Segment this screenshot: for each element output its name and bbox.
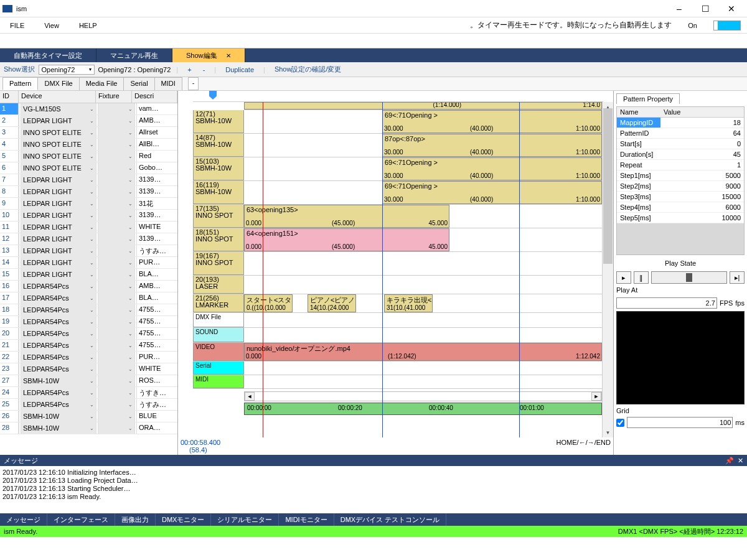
vscroll-thumb[interactable] — [603, 108, 613, 264]
device-row[interactable]: 14LEDPAR LIGHT⌄⌄PUR… — [0, 257, 177, 269]
device-row[interactable]: 27SBMH-10W⌄⌄ROS… — [0, 375, 177, 387]
grid-checkbox[interactable] — [616, 419, 624, 427]
play-button[interactable]: ▸ — [616, 271, 631, 284]
show-select-dropdown[interactable]: Opening72 — [39, 65, 95, 75]
track-19-label[interactable]: 19(167) INNO SPOT — [193, 252, 244, 275]
track-15-clip[interactable]: 69<:71Opening > 30.000 (40.000) 1:10.000 — [382, 157, 602, 180]
bottom-tab[interactable]: 画像出力 — [115, 513, 156, 526]
bottom-tab[interactable]: メッセージ — [0, 513, 47, 526]
scroll-right-icon[interactable]: ► — [591, 392, 601, 401]
device-row[interactable]: 18LEDPAR54Pcs⌄⌄4755… — [0, 304, 177, 316]
device-row[interactable]: 23LEDPAR54Pcs⌄⌄WHITE — [0, 363, 177, 375]
menu-file[interactable]: FILE — [6, 21, 28, 30]
device-row[interactable]: 20LEDPAR54Pcs⌄⌄4755… — [0, 328, 177, 340]
device-row[interactable]: 10LEDPAR LIGHT⌄⌄3139… — [0, 210, 177, 222]
tab-serial[interactable]: Serial — [123, 77, 154, 90]
col-id[interactable]: ID — [0, 91, 19, 103]
device-row[interactable]: 7LEDPAR LIGHT⌄⌄3139… — [0, 174, 177, 186]
bottom-tab[interactable]: インターフェース — [47, 513, 115, 526]
marker-piano[interactable]: ピアノ<ピアノ>14(10.(24.000 — [308, 294, 356, 312]
tab-midi[interactable]: MIDI — [154, 77, 182, 90]
tab-pattern[interactable]: Pattern — [2, 77, 38, 90]
track-17-label[interactable]: 17(135) INNO SPOT — [193, 205, 244, 228]
col-descri[interactable]: Descri — [132, 91, 177, 103]
track-15-label[interactable]: 15(103) SBMH-10W — [193, 157, 244, 180]
grid-input[interactable] — [627, 417, 733, 428]
device-row[interactable]: 22LEDPAR54Pcs⌄⌄PUR… — [0, 352, 177, 363]
col-fixture[interactable]: Fixture — [96, 91, 132, 103]
prop-row[interactable]: Step4[ms]6000 — [617, 202, 744, 213]
device-row[interactable]: 21LEDPAR54Pcs⌄⌄4755… — [0, 340, 177, 352]
device-row[interactable]: 24LEDPAR54Pcs⌄⌄うすき… — [0, 387, 177, 399]
device-row[interactable]: 28SBMH-10W⌄⌄ORA… — [0, 422, 177, 434]
video-clip[interactable]: nunobiki_video/オープニング.mp4 0.000 (1:12.04… — [244, 343, 602, 361]
show-add-button[interactable]: + — [184, 65, 195, 75]
playhead-red[interactable] — [263, 102, 263, 437]
track-16-clip[interactable]: 69<:71Opening > 30.000 (40.000) 1:10.000 — [382, 181, 602, 204]
tab-show-edit[interactable]: Show編集 ✕ — [172, 49, 245, 62]
device-row[interactable]: 9LEDPAR LIGHT⌄⌄31花 — [0, 198, 177, 210]
show-remove-button[interactable]: - — [199, 65, 209, 75]
track-17-clip[interactable]: 63<opening135> 0.000 (45.000) 45.000 — [244, 205, 449, 228]
pause-button[interactable]: ‖ — [634, 271, 649, 284]
device-row[interactable]: 2LEDPAR LIGHT⌄⌄AMB… — [0, 115, 177, 127]
tab-close-icon[interactable]: ✕ — [226, 52, 231, 59]
track-16-label[interactable]: 16(119) SBMH-10W — [193, 181, 244, 204]
tab-dmxfile[interactable]: DMX File — [37, 77, 79, 90]
panel-close-icon[interactable]: ✕ — [738, 457, 743, 465]
pattern-property-tab[interactable]: Pattern Property — [616, 93, 680, 104]
scroll-down-icon[interactable]: ▼ — [603, 427, 613, 437]
show-settings-button[interactable]: Show設定の確認/変更 — [271, 63, 345, 75]
maximize-button[interactable]: ☐ — [692, 1, 718, 17]
collapse-button[interactable]: - — [188, 77, 199, 90]
time-axis[interactable]: 00:00:00 00:00:20 00:00:40 00:01:00 — [244, 403, 602, 415]
playhead-marker[interactable] — [209, 91, 217, 100]
track-dmxfile-label[interactable]: DMX File — [193, 313, 244, 327]
bottom-tab[interactable]: DMXモニター — [156, 513, 211, 526]
device-row[interactable]: 6INNO SPOT ELITE⌄⌄Gobo… — [0, 162, 177, 174]
device-row[interactable]: 5INNO SPOT ELITE⌄⌄Red — [0, 151, 177, 162]
prop-row[interactable]: Step2[ms]9000 — [617, 181, 744, 192]
track-21-label[interactable]: 21(256) LMARKER — [193, 294, 244, 312]
device-row[interactable]: 25LEDPAR54Pcs⌄⌄うすみ… — [0, 399, 177, 411]
duplicate-button[interactable]: Duplicate — [222, 65, 258, 75]
track-serial-label[interactable]: Serial — [193, 362, 244, 375]
bottom-tab[interactable]: MIDIモニター — [279, 513, 334, 526]
track-20-label[interactable]: 20(193) LASER — [193, 276, 244, 294]
prop-row[interactable]: Duration[s]45 — [617, 149, 744, 160]
track-video-label[interactable]: VIDEO — [193, 343, 244, 361]
prop-row[interactable]: Step5[ms]10000 — [617, 213, 744, 223]
device-row[interactable]: 4INNO SPOT ELITE⌄⌄AllBl… — [0, 139, 177, 151]
prop-row[interactable]: Step3[ms]15000 — [617, 192, 744, 202]
device-row[interactable]: 26SBMH-10W⌄⌄BLUE — [0, 411, 177, 422]
prop-row[interactable]: Start[s]0 — [617, 139, 744, 149]
prop-row[interactable]: Step1[ms]5000 — [617, 170, 744, 181]
timeline-vscroll[interactable]: ▲ ▼ — [602, 102, 613, 437]
bottom-tab[interactable]: DMXデバイス テストコンソール — [334, 513, 447, 526]
tab-manual-play[interactable]: マニュアル再生 — [96, 49, 172, 62]
play-at-input[interactable] — [616, 297, 717, 309]
track-midi-label[interactable]: MIDI — [193, 375, 244, 388]
prop-row[interactable]: MappingID18 — [617, 118, 744, 128]
device-row[interactable]: 13LEDPAR LIGHT⌄⌄うすみ… — [0, 245, 177, 257]
minimize-button[interactable]: – — [666, 1, 692, 17]
device-row[interactable]: 12LEDPAR LIGHT⌄⌄3139… — [0, 233, 177, 245]
device-row[interactable]: 8LEDPAR LIGHT⌄⌄3139… — [0, 186, 177, 198]
tab-timer-settings[interactable]: 自動再生タイマー設定 — [0, 49, 96, 62]
marker-blue-1[interactable] — [382, 102, 383, 437]
track-14-clip[interactable]: 87op<:87op> 30.000 (40.000) 1:10.000 — [382, 134, 602, 157]
device-row[interactable]: 15LEDPAR LIGHT⌄⌄BLA… — [0, 269, 177, 281]
step-forward-button[interactable]: ▸| — [730, 271, 745, 284]
tab-mediafile[interactable]: Media File — [79, 77, 125, 90]
menu-help[interactable]: HELP — [75, 21, 101, 30]
device-row[interactable]: 17LEDPAR54Pcs⌄⌄BLA… — [0, 292, 177, 304]
track-12-clip[interactable]: 69<:71Opening > 30.000 (40.000) 1:10.000 — [382, 110, 602, 133]
marker-start[interactable]: スタート<スター0.((10.(10.000 — [244, 294, 293, 312]
scroll-left-icon[interactable]: ◄ — [245, 392, 255, 401]
clip-continuation[interactable]: (1:14.000) 1:14.0 — [244, 102, 602, 110]
playback-slider[interactable] — [651, 271, 727, 284]
panel-pin-icon[interactable]: 📌 — [725, 457, 734, 465]
device-row[interactable]: 3INNO SPOT ELITE⌄⌄Allrset — [0, 127, 177, 139]
prop-row[interactable]: PatternID64 — [617, 128, 744, 139]
timeline-ruler[interactable] — [193, 91, 603, 102]
